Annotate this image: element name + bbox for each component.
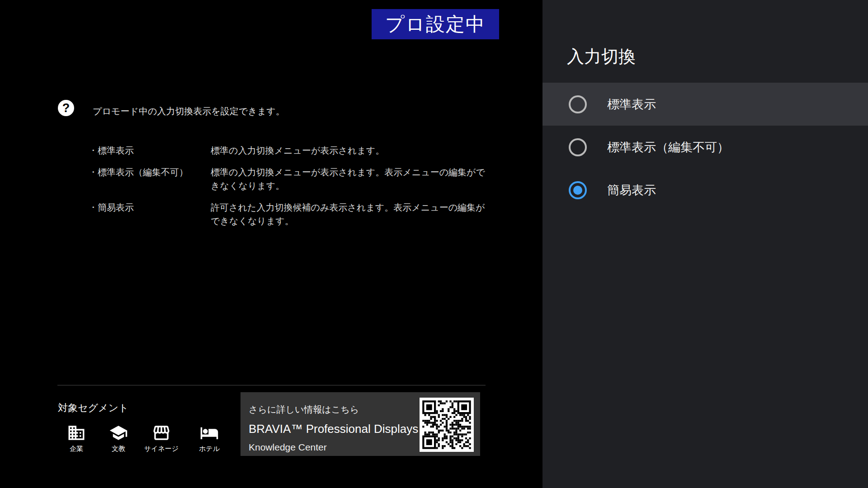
storefront-icon bbox=[151, 423, 171, 443]
radio-button-icon[interactable] bbox=[569, 138, 587, 156]
explanation-row: ・標準表示（編集不可） 標準の入力切換メニューが表示されます。表示メニューの編集… bbox=[89, 165, 489, 192]
help-question-icon: ? bbox=[58, 100, 74, 116]
explanation-desc: 許可された入力切換候補のみ表示されます。表示メニューの編集ができなくなります。 bbox=[211, 201, 489, 228]
option-explanation-list: ・標準表示 標準の入力切換メニューが表示されます。 ・標準表示（編集不可） 標準… bbox=[89, 144, 489, 228]
input-select-panel: 入力切換 標準表示 標準表示（編集不可） 簡易表示 bbox=[542, 0, 868, 488]
explanation-row: ・標準表示 標準の入力切換メニューが表示されます。 bbox=[89, 144, 489, 157]
panel-option-label: 簡易表示 bbox=[607, 182, 656, 198]
more-info-box: さらに詳しい情報はこちら BRAVIA™ Professional Displa… bbox=[241, 392, 480, 456]
segments-title: 対象セグメント bbox=[58, 401, 129, 415]
panel-option-row[interactable]: 標準表示（編集不可） bbox=[542, 126, 868, 169]
info-box-title: BRAVIA™ Professional Displays bbox=[249, 422, 418, 436]
hotel-bed-icon bbox=[199, 423, 219, 443]
help-description-text: プロモード中の入力切換表示を設定できます。 bbox=[93, 104, 285, 118]
segment-label: 企業 bbox=[70, 445, 83, 453]
pro-mode-status-badge: プロ設定中 bbox=[372, 9, 499, 39]
explanation-row: ・簡易表示 許可された入力切換候補のみ表示されます。表示メニューの編集ができなく… bbox=[89, 201, 489, 228]
segment-label: 文教 bbox=[112, 445, 125, 453]
explanation-desc: 標準の入力切換メニューが表示されます。 bbox=[211, 144, 489, 157]
divider-line bbox=[57, 385, 486, 385]
explanation-term: ・標準表示（編集不可） bbox=[89, 165, 211, 179]
radio-button-icon[interactable] bbox=[569, 181, 587, 199]
segment-item-signage: サイネージ bbox=[134, 423, 189, 453]
info-box-subtitle: Knowledge Center bbox=[249, 442, 327, 453]
explanation-term: ・標準表示 bbox=[89, 144, 211, 157]
panel-option-row[interactable]: 標準表示 bbox=[542, 83, 868, 126]
panel-option-list: 標準表示 標準表示（編集不可） 簡易表示 bbox=[542, 83, 868, 211]
explanation-desc: 標準の入力切換メニューが表示されます。表示メニューの編集ができなくなります。 bbox=[211, 165, 489, 192]
graduation-cap-icon bbox=[108, 423, 128, 443]
settings-screen: プロ設定中 ? プロモード中の入力切換表示を設定できます。 ・標準表示 標準の入… bbox=[0, 0, 868, 488]
segment-item-hotel: ホテル bbox=[182, 423, 236, 453]
qr-code bbox=[420, 398, 474, 452]
radio-button-icon[interactable] bbox=[569, 95, 587, 113]
explanation-term: ・簡易表示 bbox=[89, 201, 211, 214]
panel-title: 入力切換 bbox=[567, 45, 636, 68]
info-box-caption: さらに詳しい情報はこちら bbox=[249, 404, 359, 416]
panel-option-label: 標準表示（編集不可） bbox=[607, 139, 729, 155]
panel-option-row[interactable]: 簡易表示 bbox=[542, 169, 868, 211]
office-building-icon bbox=[66, 423, 86, 443]
panel-option-label: 標準表示 bbox=[607, 96, 656, 113]
segment-label: ホテル bbox=[199, 445, 220, 453]
segment-label: サイネージ bbox=[144, 445, 179, 453]
